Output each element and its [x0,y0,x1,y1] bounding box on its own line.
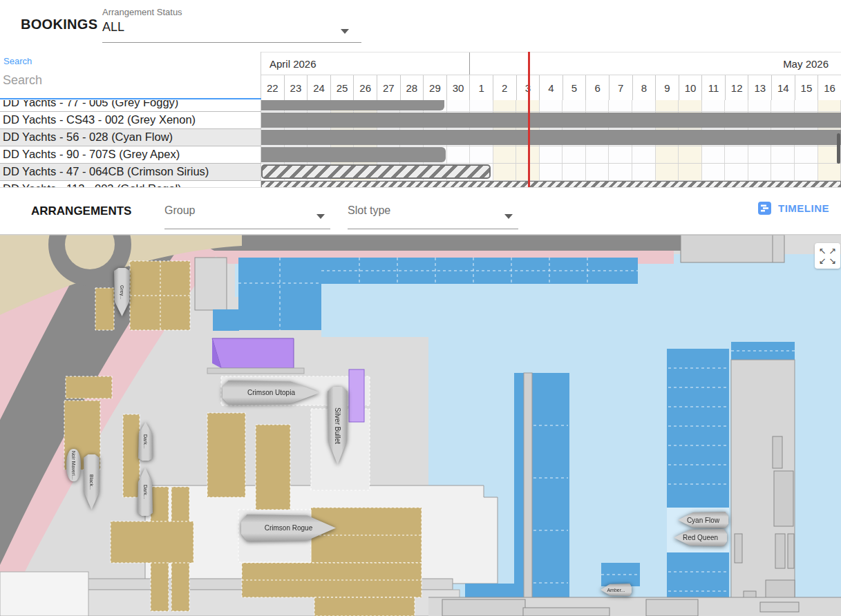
yacht[interactable]: Noir Maveri... [66,449,81,481]
lane-day-cell [725,100,748,111]
date-cell: 1 [470,75,493,100]
yacht[interactable]: Grey... [114,268,130,316]
booking-row[interactable]: DD Yachts - 90 - 707S (Grey Apex) [0,146,841,164]
bookings-gantt-viewport[interactable]: DD Yachts - 77 - 005 (Grey Foggy)DD Yach… [0,100,841,187]
lane-day-cell [447,100,471,111]
booking-row[interactable]: DD Yachts - CS43 - 002 (Grey Xenon) [0,112,841,129]
date-cell: 8 [633,75,656,100]
yacht[interactable]: Dark... [138,422,153,461]
date-cell: 6 [586,75,610,100]
date-cell: 13 [748,75,772,100]
booking-row-label[interactable]: DD Yachts - 90 - 707S (Grey Apex) [0,146,261,164]
date-cell: 30 [447,75,471,100]
booking-gantt-bar[interactable] [261,100,444,110]
lane-day-cell [609,164,632,180]
lane-day-cell [656,100,679,111]
date-cell: 29 [424,75,447,100]
date-cell: 16 [818,75,841,100]
arrangement-status-value: ALL [102,20,361,35]
date-cell: 27 [377,75,401,100]
group-select[interactable]: Group [164,196,330,229]
yacht-label: Amber... [607,588,625,593]
yacht[interactable]: Crimson Rogue [241,514,336,541]
date-cell: 23 [285,75,308,100]
vertical-scrollbar[interactable] [837,133,840,164]
bookings-title: BOOKINGS [21,17,97,32]
select-underline [348,229,518,229]
date-cell: 14 [772,75,795,100]
yacht[interactable]: Dark... [138,468,153,516]
yacht-label: Black... [89,474,94,490]
lane-day-cell [656,164,679,180]
yacht[interactable]: Black... [84,454,100,510]
caret-down-icon[interactable] [316,214,325,219]
date-row: 2223242526272829301234567891011121314151… [261,75,841,101]
date-cell: 28 [401,75,424,100]
booking-row-label[interactable]: DD Yachts - 77 - 005 (Grey Foggy) [0,100,261,112]
search-underline [0,98,261,99]
search-input[interactable] [3,70,252,90]
select-underline [164,229,330,229]
fullscreen-expand-button[interactable]: ↖ ↗ ↙ ↘ [815,243,840,269]
booking-row-label[interactable]: DD Yachts - CS43 - 002 (Grey Xenon) [0,112,261,129]
yacht-hull: Grey... [114,268,130,316]
yacht[interactable]: Crimson Utopia [223,381,320,405]
lane-day-cell [470,100,493,111]
yacht-label: Dark... [143,485,148,499]
timeline-header: April 2026 May 2026 22232425262728293012… [261,52,841,100]
date-cell: 15 [795,75,819,100]
yacht[interactable]: Amber... [601,584,632,596]
lane-day-cell [702,100,726,111]
search-panel: Search [0,52,261,100]
yacht-hull: Silver Bullet [328,387,348,465]
select-underline [102,42,361,43]
marina-map[interactable]: Grey...Noir Maveri...Black...Dark...Dark… [0,235,841,616]
booking-row-label[interactable]: DD Yachts - 56 - 028 (Cyan Flow) [0,129,261,146]
yacht[interactable]: Red Queen [674,529,727,546]
caret-down-icon[interactable] [504,214,513,219]
yacht[interactable]: Cyan Flow [678,512,728,528]
search-label: Search [3,56,32,66]
booking-row[interactable]: DD Yachts - 112 - 003 (Gold Regal) [0,181,841,187]
lane-day-cell [632,146,656,163]
arrangement-status-label: Arrangement Status [102,7,361,17]
bookings-gantt-rows: DD Yachts - 77 - 005 (Grey Foggy)DD Yach… [0,100,841,187]
booking-row-lane [261,112,841,129]
booking-gantt-bar[interactable] [261,181,841,187]
timeline-view-button[interactable]: TIMELINE [758,202,829,215]
lane-day-cell [470,146,493,163]
booking-row[interactable]: DD Yachts - 56 - 028 (Cyan Flow) [0,129,841,146]
month-row: April 2026 May 2026 [261,52,841,75]
lane-day-cell [702,164,726,180]
expand-arrow-sw: ↙ [819,256,826,265]
lane-day-cell [679,146,702,163]
booking-row-label[interactable]: DD Yachts - 112 - 003 (Gold Regal) [0,181,261,187]
slot-type-select[interactable]: Slot type [348,196,518,229]
arrangement-status-select[interactable]: Arrangement Status ALL [102,7,361,43]
booking-gantt-bar[interactable] [261,130,841,145]
lane-day-cell [586,164,610,180]
yacht-label: Dark... [143,434,148,449]
yacht-hull: Dark... [138,468,153,516]
booking-gantt-bar[interactable] [261,113,841,128]
caret-down-icon[interactable] [341,29,349,34]
lane-day-cell [679,164,702,180]
yacht-hull: Amber... [601,584,632,596]
lane-day-cell [679,100,702,111]
yacht-hull: Crimson Utopia [223,381,320,405]
yacht-label: Cyan Flow [687,517,719,524]
yacht-hull: Red Queen [674,529,727,546]
lane-day-cell [493,164,517,180]
lane-day-cell [609,100,632,111]
lane-day-cell [795,146,818,163]
booking-gantt-bar[interactable] [261,164,491,179]
lane-day-cell [632,164,656,180]
booking-row-label[interactable]: DD Yachts - 47 - 064CB (Crimson Sirius) [0,164,261,181]
yacht[interactable]: Silver Bullet [328,387,348,465]
lane-day-cell [493,100,517,111]
marina-booking-app: BOOKINGS Arrangement Status ALL Search A… [0,0,841,616]
booking-gantt-bar[interactable] [261,147,446,162]
booking-row[interactable]: DD Yachts - 77 - 005 (Grey Foggy) [0,100,841,112]
lane-day-cell [563,100,586,111]
booking-row[interactable]: DD Yachts - 47 - 064CB (Crimson Sirius) [0,164,841,181]
